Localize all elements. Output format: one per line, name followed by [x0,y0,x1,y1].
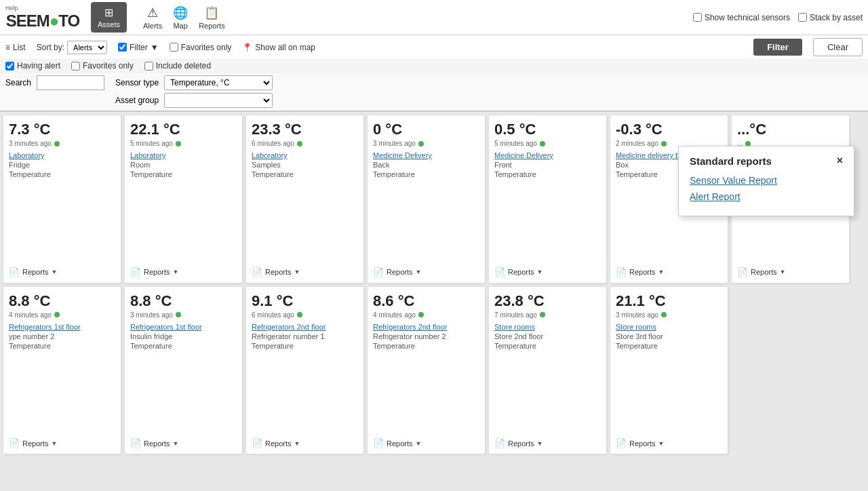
favorites-only-label[interactable]: Favorites only [71,61,134,71]
card-reports-button[interactable]: 📄 Reports ▼ [9,267,115,277]
card-location[interactable]: Refrigerators 1st floor [130,323,237,331]
reports-label: Reports [629,268,656,276]
sensor-card: 8.6 °C 4 minutes ago Refrigerators 2nd f… [367,286,486,455]
show-technical-sensors-label[interactable]: Show technical sensors [693,13,790,22]
sensor-filter-col: Sensor type Temperature, °C Asset group [115,75,273,108]
popup-header: Standard reports × [690,155,843,167]
card-reports-button[interactable]: 📄 Reports ▼ [616,438,722,448]
alerts-label: Alerts [143,22,162,30]
filter-toggle-item[interactable]: Filter ▼ [118,43,159,52]
stack-by-asset-checkbox[interactable] [798,13,807,22]
show-all-on-map-item[interactable]: 📍 Show all on map [242,43,315,52]
include-deleted-checkbox[interactable] [144,62,153,71]
sensor-card: 21.1 °C 3 minutes ago Store rooms Store … [610,286,728,455]
show-technical-sensors-checkbox[interactable] [693,13,702,22]
sensor-type-select[interactable]: Temperature, °C [164,75,273,90]
clear-button[interactable]: Clear [813,38,863,56]
card-sublocation: Front [494,161,601,169]
card-location[interactable]: Refrigerators 2nd floor [373,323,479,331]
sort-label: Sort by: [37,43,64,52]
reports-label: Reports [508,439,534,448]
assets-icon: ⊞ [104,6,113,19]
filter-checkbox[interactable] [118,43,127,52]
card-location[interactable]: Medicine Delivery [494,151,601,159]
show-all-on-map-label: Show all on map [255,43,315,52]
asset-group-select[interactable] [164,93,273,108]
app-logo: SEEM●TO [6,12,79,31]
card-time: 4 minutes ago [9,311,115,319]
card-reports-button[interactable]: 📄 Reports ▼ [737,267,844,277]
reports-dropdown-arrow: ▼ [780,269,786,275]
map-nav-item[interactable]: 🌐 Map [167,3,193,33]
card-reports-button[interactable]: 📄 Reports ▼ [616,267,722,277]
alerts-nav-item[interactable]: ⚠ Alerts [138,3,167,33]
card-location[interactable]: Laboratory [9,151,115,159]
reports-label: Reports [629,439,656,448]
favorites-only-checkbox[interactable] [71,62,80,71]
card-location[interactable]: Laboratory [130,151,237,159]
search-input[interactable] [37,75,104,90]
card-reports-button[interactable]: 📄 Reports ▼ [9,438,115,448]
having-alert-checkbox[interactable] [5,62,14,71]
filter-row1: ≡ List Sort by: Alerts Filter ▼ Favorite… [0,35,868,60]
card-value: 23.3 °C [252,121,358,138]
having-alert-label[interactable]: Having alert [5,61,60,71]
reports-label: Reports [387,268,413,276]
card-time: 5 minutes ago [130,140,237,147]
card-location[interactable]: Laboratory [252,151,358,159]
sensor-type-row: Sensor type Temperature, °C [115,75,273,90]
stack-by-asset-label[interactable]: Stack by asset [798,13,863,22]
card-location[interactable]: Refrigerators 2nd floor [252,323,358,331]
sensor-card: 9.1 °C 6 minutes ago Refrigerators 2nd f… [245,286,364,455]
sensor-value-report-link[interactable]: Sensor Value Report [690,175,843,186]
card-location[interactable]: Store rooms [494,323,601,331]
header-area: ≡ List Sort by: Alerts Filter ▼ Favorite… [0,35,868,112]
card-reports-button[interactable]: 📄 Reports ▼ [373,438,479,448]
reports-label: Reports [22,439,49,448]
help-label: Help [5,5,18,12]
card-reports-button[interactable]: 📄 Reports ▼ [252,267,358,277]
filter-button[interactable]: Filter [753,39,802,56]
assets-button[interactable]: ⊞ Assets [91,2,127,33]
card-value: ...°C [737,121,844,138]
status-dot [418,312,424,317]
sort-select[interactable]: Alerts [67,41,107,54]
reports-nav-item[interactable]: 📋 Reports [193,3,231,33]
card-sensor-type: Temperature [373,342,479,350]
filter-row2: Having alert Favorites only Include dele… [0,60,868,73]
asset-group-row: Asset group [115,93,273,108]
filter-label: Filter [130,43,148,52]
card-reports-button[interactable]: 📄 Reports ▼ [494,267,601,277]
include-deleted-label[interactable]: Include deleted [144,61,211,71]
sensor-card: 0.5 °C 5 minutes ago Medicine Delivery F… [488,115,607,283]
card-reports-button[interactable]: 📄 Reports ▼ [130,438,237,448]
card-reports-button[interactable]: 📄 Reports ▼ [494,438,601,448]
card-value: 0 °C [373,121,479,138]
alert-report-link[interactable]: Alert Report [690,191,843,202]
reports-icon: 📄 [130,267,141,277]
card-value: -0.3 °C [616,121,722,138]
sensor-card: 0 °C 3 minutes ago Medicine Delivery Bac… [367,115,486,283]
card-time: 3 minutes ago [616,311,722,319]
card-reports-button[interactable]: 📄 Reports ▼ [252,438,358,448]
card-location[interactable]: Medicine Delivery [373,151,479,159]
card-location[interactable]: Refrigerators 1st floor [9,323,115,331]
sensor-card: 7.3 °C 3 minutes ago Laboratory Fridge T… [3,115,121,283]
favorites-only-bar-checkbox[interactable] [170,43,178,52]
reports-dropdown-arrow: ▼ [52,269,58,275]
status-dot [176,141,181,146]
status-dot [540,312,545,317]
card-location[interactable]: Store rooms [616,323,722,331]
favorites-only-bar-label[interactable]: Favorites only [170,43,232,52]
card-time: 3 minutes ago [9,140,115,147]
status-dot [54,141,60,146]
popup-close-button[interactable]: × [837,155,843,167]
card-reports-button[interactable]: 📄 Reports ▼ [373,267,479,277]
card-value: 23.8 °C [494,292,601,310]
status-dot [540,141,545,146]
reports-icon: 📄 [252,438,262,448]
pin-icon: 📍 [242,43,252,52]
card-reports-button[interactable]: 📄 Reports ▼ [130,267,237,277]
reports-label: Reports [508,268,534,276]
reports-label: Reports [22,268,49,276]
